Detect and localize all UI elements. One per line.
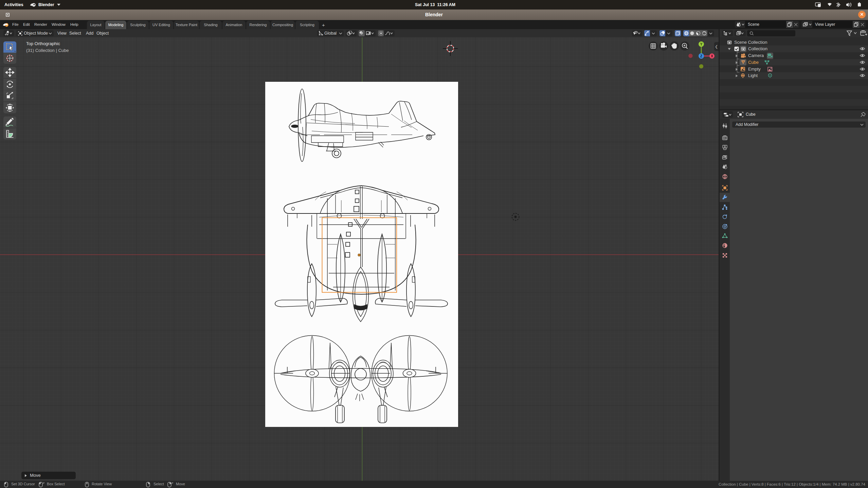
svg-text:X: X — [711, 54, 713, 58]
svg-text:Z: Z — [700, 54, 702, 58]
svg-text:Y: Y — [700, 42, 703, 46]
